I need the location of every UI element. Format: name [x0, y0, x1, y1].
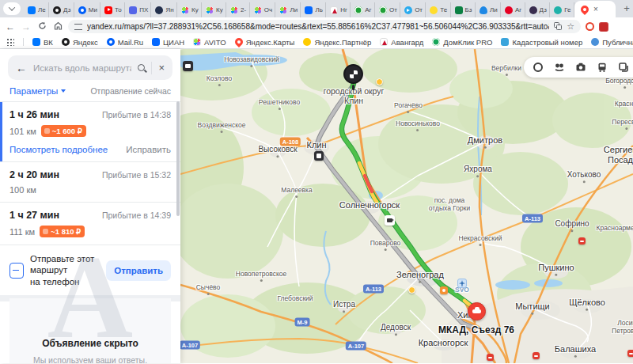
road-event-icon[interactable]: [440, 286, 448, 294]
airport-plane-icon[interactable]: [457, 279, 467, 288]
pinned-tab[interactable]: Ку: [202, 2, 226, 17]
map-canvas[interactable]: НовозавидовскийКозловоРешетниковоВоздвиж…: [180, 49, 633, 363]
vk-favicon: [28, 6, 36, 14]
railway-badge-icon[interactable]: [487, 354, 494, 361]
pinned-tab[interactable]: От: [375, 2, 400, 17]
panoramas-icon[interactable]: [552, 59, 567, 75]
pinned-tab[interactable]: Ми: [74, 2, 100, 17]
extension-grid-icon[interactable]: [599, 22, 608, 32]
photos-icon[interactable]: [573, 59, 589, 75]
pinned-tab[interactable]: Бз: [451, 2, 476, 17]
pinned-tab[interactable]: Ле: [24, 2, 49, 17]
address-bar[interactable]: yandex.ru/maps/?ll=37.288931%2C56.168658…: [68, 20, 581, 33]
transport-icon[interactable]: [594, 59, 610, 75]
pinned-tab[interactable]: ПХ: [125, 2, 151, 17]
route-details-link[interactable]: Посмотреть подробнее: [9, 145, 108, 154]
pinned-tab[interactable]: Оч: [250, 2, 276, 17]
route-endpoint-marker-klin[interactable]: [343, 64, 363, 84]
bookmark-item[interactable]: Яндекс: [62, 38, 98, 47]
back-button[interactable]: ←: [5, 21, 16, 32]
pinned-tab[interactable]: Ян: [151, 2, 176, 17]
bookmark-label: Публичная кадастр...: [602, 38, 633, 47]
home-button[interactable]: [52, 21, 63, 32]
pinned-tab[interactable]: Дз: [49, 2, 74, 17]
bookmark-item[interactable]: ЦИАН: [152, 38, 184, 47]
search-input[interactable]: [33, 63, 131, 73]
reload-button[interactable]: [36, 21, 47, 32]
bookmark-item[interactable]: Публичная кадастр...: [591, 38, 633, 47]
forward-button[interactable]: →: [21, 21, 32, 32]
bookmark-item[interactable]: Авангард: [380, 38, 423, 47]
railway-badge-icon[interactable]: [533, 352, 540, 359]
bookmark-item[interactable]: Яндекс.Карты: [235, 38, 295, 47]
speed-camera-icon[interactable]: [385, 215, 395, 226]
railway-badge-icon[interactable]: [578, 237, 586, 245]
tab-search-button[interactable]: [3, 2, 21, 15]
close-tab-icon[interactable]: ×: [593, 6, 598, 13]
bookmark-item[interactable]: Mail.Ru: [107, 38, 143, 47]
tinkoff-favicon: [430, 6, 438, 14]
ad-card[interactable]: Объявление скрыто Мы используем ваши отв…: [9, 298, 171, 363]
finam-favicon: [455, 6, 463, 14]
new-tab-button[interactable]: +: [620, 2, 633, 15]
close-icon[interactable]: ×: [158, 63, 165, 73]
route-endpoint-marker-mkad[interactable]: [468, 302, 486, 320]
pinned-tab[interactable]: Ли: [476, 2, 501, 17]
route-edit-link[interactable]: Исправить: [126, 145, 171, 154]
search-bar[interactable]: ← ×: [8, 55, 172, 80]
pinned-tab[interactable]: Нг: [326, 2, 351, 17]
pinned-tab[interactable]: Ль: [301, 2, 326, 17]
pinned-tab[interactable]: Ге: [550, 2, 574, 17]
pinned-tab[interactable]: То: [100, 2, 125, 17]
avangard-favicon: [380, 38, 388, 46]
tab-title: Ми: [89, 6, 97, 13]
bookmark-label: AVITO: [204, 38, 226, 47]
avito-favicon: [206, 6, 214, 14]
bookmark-star-icon[interactable]: ☆: [567, 21, 574, 32]
avito-favicon: [230, 6, 238, 14]
sidebar-scrollbar[interactable]: [176, 101, 180, 216]
road-badge: А-108: [280, 138, 301, 146]
toll-badge: ~1 600 ₽: [41, 125, 86, 137]
bookmark-item[interactable]: Кадастровый номер: [501, 38, 582, 47]
routes-sidebar: ← × Параметры Отправление сейчас 1 ч 26 …: [0, 49, 180, 363]
pinned-tab[interactable]: Дз: [525, 2, 551, 17]
params-dropdown[interactable]: Параметры: [9, 86, 66, 96]
bookmark-item[interactable]: AVITO: [193, 38, 226, 47]
layers-icon[interactable]: [616, 59, 631, 75]
kadastr-favicon: [501, 38, 509, 46]
bookmark-item[interactable]: ДомКлик PRO: [432, 38, 492, 47]
back-arrow-icon[interactable]: ←: [16, 62, 27, 74]
bookmark-item[interactable]: Яндекс.Партнёр: [303, 38, 371, 47]
pinned-tab[interactable]: Ку: [177, 2, 202, 17]
railway-badge-icon[interactable]: [627, 350, 633, 357]
pinned-tab[interactable]: Аг: [501, 2, 525, 17]
send-button[interactable]: Отправить: [106, 260, 171, 281]
search-icon[interactable]: [138, 64, 145, 71]
url-text[interactable]: yandex.ru/maps/?ll=37.288931%2C56.168658…: [87, 22, 549, 31]
translate-icon[interactable]: [554, 22, 562, 32]
pinned-tab[interactable]: Аг: [351, 2, 375, 17]
apps-grid-icon[interactable]: [6, 38, 14, 46]
phone-icon: [9, 263, 24, 279]
traffic-icon[interactable]: [530, 59, 546, 75]
route-option-2[interactable]: 2 ч 20 мин Прибытие в 15:32 100 км: [0, 162, 180, 202]
bookmark-item[interactable]: ВК: [32, 38, 53, 47]
route-option-1[interactable]: 1 ч 26 мин Прибытие в 14:38 101 км ~1 60…: [0, 102, 180, 161]
active-tab-yandex-maps[interactable]: ×: [574, 1, 616, 17]
site-settings-icon[interactable]: [74, 24, 82, 30]
yellow-pin-icon[interactable]: [408, 286, 415, 294]
pinned-tab[interactable]: Ли: [275, 2, 301, 17]
train-station-icon[interactable]: [314, 151, 324, 161]
ad-body: Мы используем ваши ответы, чтобы подбира…: [21, 355, 160, 363]
pinned-tab[interactable]: Те: [426, 2, 450, 17]
departure-time-label[interactable]: Отправление сейчас: [90, 86, 171, 96]
dark-map-badge-icon[interactable]: [183, 61, 193, 71]
youtube-favicon: [104, 6, 112, 14]
pinned-tab[interactable]: 2-: [226, 2, 250, 17]
route-option-3[interactable]: 1 ч 27 мин Прибытие в 14:39 111 км ~1 81…: [0, 203, 180, 245]
yellow-pin-icon[interactable]: [376, 78, 383, 85]
pinned-tab[interactable]: От: [400, 2, 426, 17]
extension-o-icon[interactable]: [586, 22, 594, 31]
tab-title: 2-: [241, 6, 246, 13]
